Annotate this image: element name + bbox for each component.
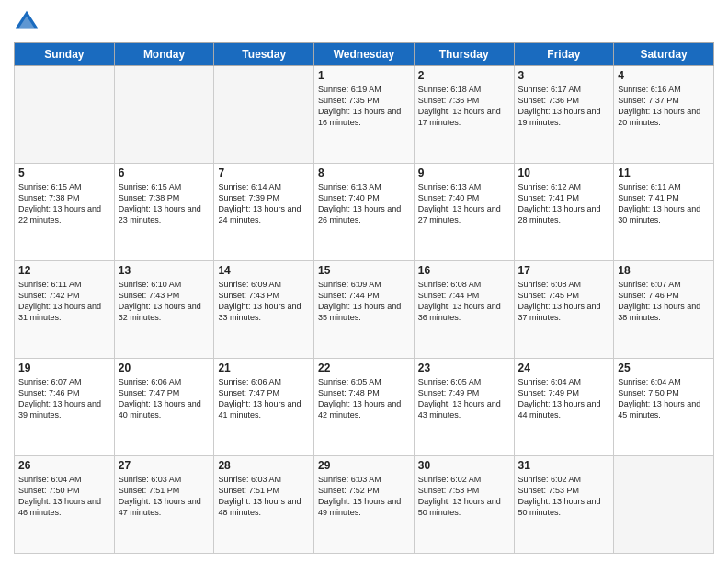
day-cell-30: 30Sunrise: 6:02 AM Sunset: 7:53 PM Dayli… [414, 456, 514, 554]
weekday-header-friday: Friday [514, 43, 614, 66]
day-number: 25 [618, 362, 710, 374]
day-number: 3 [518, 69, 610, 82]
day-number: 28 [218, 459, 310, 472]
day-detail: Sunrise: 6:09 AM Sunset: 7:44 PM Dayligh… [318, 279, 410, 324]
weekday-header-row: SundayMondayTuesdayWednesdayThursdayFrid… [15, 43, 714, 66]
day-detail: Sunrise: 6:03 AM Sunset: 7:51 PM Dayligh… [119, 474, 210, 519]
calendar-table: SundayMondayTuesdayWednesdayThursdayFrid… [14, 42, 714, 554]
day-cell-31: 31Sunrise: 6:02 AM Sunset: 7:53 PM Dayli… [514, 456, 614, 554]
day-detail: Sunrise: 6:03 AM Sunset: 7:52 PM Dayligh… [318, 474, 410, 519]
day-detail: Sunrise: 6:06 AM Sunset: 7:47 PM Dayligh… [119, 376, 210, 421]
logo-icon [14, 9, 40, 35]
logo [14, 9, 43, 35]
day-number: 29 [318, 459, 410, 472]
day-detail: Sunrise: 6:04 AM Sunset: 7:49 PM Dayligh… [518, 376, 610, 421]
day-cell-26: 26Sunrise: 6:04 AM Sunset: 7:50 PM Dayli… [15, 456, 115, 554]
day-number: 13 [119, 264, 210, 277]
day-number: 31 [518, 459, 610, 472]
day-cell-11: 11Sunrise: 6:11 AM Sunset: 7:41 PM Dayli… [614, 164, 714, 261]
weekday-header-wednesday: Wednesday [314, 43, 415, 66]
day-cell-24: 24Sunrise: 6:04 AM Sunset: 7:49 PM Dayli… [514, 359, 614, 456]
day-cell-9: 9Sunrise: 6:13 AM Sunset: 7:40 PM Daylig… [414, 164, 514, 261]
day-cell-25: 25Sunrise: 6:04 AM Sunset: 7:50 PM Dayli… [614, 359, 714, 456]
day-number: 1 [318, 69, 410, 82]
day-cell-1: 1Sunrise: 6:19 AM Sunset: 7:35 PM Daylig… [314, 66, 415, 164]
day-detail: Sunrise: 6:17 AM Sunset: 7:36 PM Dayligh… [518, 84, 610, 129]
day-cell-12: 12Sunrise: 6:11 AM Sunset: 7:42 PM Dayli… [15, 261, 115, 359]
day-cell-15: 15Sunrise: 6:09 AM Sunset: 7:44 PM Dayli… [314, 261, 415, 359]
day-cell-22: 22Sunrise: 6:05 AM Sunset: 7:48 PM Dayli… [314, 359, 415, 456]
day-detail: Sunrise: 6:13 AM Sunset: 7:40 PM Dayligh… [418, 181, 510, 226]
day-cell-20: 20Sunrise: 6:06 AM Sunset: 7:47 PM Dayli… [114, 359, 214, 456]
day-number: 20 [119, 362, 210, 374]
header [14, 9, 714, 35]
day-cell-6: 6Sunrise: 6:15 AM Sunset: 7:38 PM Daylig… [114, 164, 214, 261]
day-cell-28: 28Sunrise: 6:03 AM Sunset: 7:51 PM Dayli… [214, 456, 314, 554]
day-detail: Sunrise: 6:15 AM Sunset: 7:38 PM Dayligh… [119, 181, 210, 226]
day-number: 22 [318, 362, 410, 374]
day-detail: Sunrise: 6:05 AM Sunset: 7:49 PM Dayligh… [418, 376, 510, 421]
day-detail: Sunrise: 6:14 AM Sunset: 7:39 PM Dayligh… [218, 181, 310, 226]
day-cell-2: 2Sunrise: 6:18 AM Sunset: 7:36 PM Daylig… [414, 66, 514, 164]
day-number: 11 [618, 167, 710, 179]
day-detail: Sunrise: 6:18 AM Sunset: 7:36 PM Dayligh… [418, 84, 510, 129]
week-row-3: 12Sunrise: 6:11 AM Sunset: 7:42 PM Dayli… [15, 261, 714, 359]
day-detail: Sunrise: 6:13 AM Sunset: 7:40 PM Dayligh… [318, 181, 410, 226]
page: SundayMondayTuesdayWednesdayThursdayFrid… [0, 0, 728, 563]
day-detail: Sunrise: 6:04 AM Sunset: 7:50 PM Dayligh… [618, 376, 710, 421]
week-row-4: 19Sunrise: 6:07 AM Sunset: 7:46 PM Dayli… [15, 359, 714, 456]
empty-cell [114, 66, 214, 164]
day-number: 24 [518, 362, 610, 374]
day-detail: Sunrise: 6:06 AM Sunset: 7:47 PM Dayligh… [218, 376, 310, 421]
day-detail: Sunrise: 6:04 AM Sunset: 7:50 PM Dayligh… [18, 474, 110, 519]
day-cell-19: 19Sunrise: 6:07 AM Sunset: 7:46 PM Dayli… [15, 359, 115, 456]
day-cell-4: 4Sunrise: 6:16 AM Sunset: 7:37 PM Daylig… [614, 66, 714, 164]
weekday-header-monday: Monday [114, 43, 214, 66]
empty-cell [614, 456, 714, 554]
day-number: 21 [218, 362, 310, 374]
day-number: 5 [18, 167, 110, 179]
day-detail: Sunrise: 6:10 AM Sunset: 7:43 PM Dayligh… [119, 279, 210, 324]
day-cell-29: 29Sunrise: 6:03 AM Sunset: 7:52 PM Dayli… [314, 456, 415, 554]
day-detail: Sunrise: 6:12 AM Sunset: 7:41 PM Dayligh… [518, 181, 610, 226]
weekday-header-sunday: Sunday [15, 43, 115, 66]
day-number: 15 [318, 264, 410, 277]
day-cell-13: 13Sunrise: 6:10 AM Sunset: 7:43 PM Dayli… [114, 261, 214, 359]
day-cell-27: 27Sunrise: 6:03 AM Sunset: 7:51 PM Dayli… [114, 456, 214, 554]
day-cell-21: 21Sunrise: 6:06 AM Sunset: 7:47 PM Dayli… [214, 359, 314, 456]
day-detail: Sunrise: 6:02 AM Sunset: 7:53 PM Dayligh… [418, 474, 510, 519]
day-number: 19 [18, 362, 110, 374]
day-number: 2 [418, 69, 510, 82]
day-cell-16: 16Sunrise: 6:08 AM Sunset: 7:44 PM Dayli… [414, 261, 514, 359]
day-cell-5: 5Sunrise: 6:15 AM Sunset: 7:38 PM Daylig… [15, 164, 115, 261]
day-detail: Sunrise: 6:16 AM Sunset: 7:37 PM Dayligh… [618, 84, 710, 129]
day-number: 17 [518, 264, 610, 277]
day-detail: Sunrise: 6:08 AM Sunset: 7:44 PM Dayligh… [418, 279, 510, 324]
day-detail: Sunrise: 6:02 AM Sunset: 7:53 PM Dayligh… [518, 474, 610, 519]
day-cell-10: 10Sunrise: 6:12 AM Sunset: 7:41 PM Dayli… [514, 164, 614, 261]
day-cell-7: 7Sunrise: 6:14 AM Sunset: 7:39 PM Daylig… [214, 164, 314, 261]
weekday-header-thursday: Thursday [414, 43, 514, 66]
day-detail: Sunrise: 6:05 AM Sunset: 7:48 PM Dayligh… [318, 376, 410, 421]
day-number: 27 [119, 459, 210, 472]
day-number: 8 [318, 167, 410, 179]
day-detail: Sunrise: 6:19 AM Sunset: 7:35 PM Dayligh… [318, 84, 410, 129]
empty-cell [214, 66, 314, 164]
day-detail: Sunrise: 6:03 AM Sunset: 7:51 PM Dayligh… [218, 474, 310, 519]
day-cell-14: 14Sunrise: 6:09 AM Sunset: 7:43 PM Dayli… [214, 261, 314, 359]
day-cell-23: 23Sunrise: 6:05 AM Sunset: 7:49 PM Dayli… [414, 359, 514, 456]
day-number: 10 [518, 167, 610, 179]
day-cell-18: 18Sunrise: 6:07 AM Sunset: 7:46 PM Dayli… [614, 261, 714, 359]
day-detail: Sunrise: 6:07 AM Sunset: 7:46 PM Dayligh… [18, 376, 110, 421]
day-detail: Sunrise: 6:08 AM Sunset: 7:45 PM Dayligh… [518, 279, 610, 324]
day-detail: Sunrise: 6:11 AM Sunset: 7:41 PM Dayligh… [618, 181, 710, 226]
day-number: 6 [119, 167, 210, 179]
day-detail: Sunrise: 6:11 AM Sunset: 7:42 PM Dayligh… [18, 279, 110, 324]
day-detail: Sunrise: 6:07 AM Sunset: 7:46 PM Dayligh… [618, 279, 710, 324]
day-number: 4 [618, 69, 710, 82]
day-number: 18 [618, 264, 710, 277]
day-number: 26 [18, 459, 110, 472]
day-number: 30 [418, 459, 510, 472]
day-number: 14 [218, 264, 310, 277]
day-detail: Sunrise: 6:15 AM Sunset: 7:38 PM Dayligh… [18, 181, 110, 226]
